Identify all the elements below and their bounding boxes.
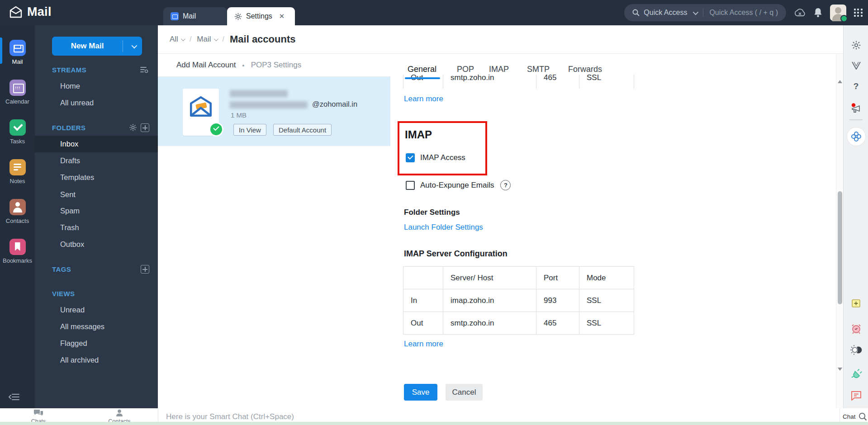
save-button[interactable]: Save — [404, 384, 437, 401]
mail-app-icon — [9, 40, 26, 56]
account-verified-check-icon — [209, 122, 223, 137]
help-icon[interactable]: ? — [844, 81, 868, 91]
breadcrumb-mail[interactable]: Mail — [197, 35, 217, 44]
night-mode-icon[interactable] — [844, 345, 868, 355]
notifications-bell-icon[interactable] — [814, 8, 822, 18]
nav-item-spam[interactable]: Spam — [60, 207, 80, 215]
zoho-apps-clover-icon[interactable] — [844, 128, 868, 146]
new-mail-label: New Mail — [52, 42, 123, 51]
bottom-accent-strip — [0, 422, 868, 425]
avatar-silhouette — [835, 7, 841, 14]
nav-active-row — [35, 136, 158, 152]
account-card-selected[interactable]: @zohomail.in 1 MB In View Default Accoun… — [158, 77, 390, 146]
notes-app-icon — [9, 159, 26, 175]
breadcrumb: All / Mail / Mail accounts — [158, 25, 843, 54]
tab-settings[interactable]: Settings ✕ — [227, 7, 295, 25]
section-tags: TAGS — [52, 265, 71, 273]
scroll-up-arrow[interactable] — [838, 80, 842, 83]
tasks-app-icon — [9, 119, 26, 136]
new-mail-dropdown[interactable] — [123, 40, 142, 52]
tab-smtp[interactable]: SMTP — [527, 65, 550, 74]
scrollbar-thumb[interactable] — [838, 191, 842, 304]
rail-item-bookmarks[interactable]: Bookmarks — [0, 239, 35, 264]
new-mail-button[interactable]: New Mail — [52, 37, 142, 56]
close-tab-icon[interactable]: ✕ — [279, 12, 285, 20]
nav-item-all-messages[interactable]: All messages — [60, 322, 104, 331]
rail-item-tasks[interactable]: Tasks — [0, 119, 35, 145]
rail-item-mail[interactable]: Mail — [0, 40, 35, 65]
folder-settings-title: Folder Settings — [404, 208, 460, 217]
nav-item-trash[interactable]: Trash — [60, 223, 79, 232]
add-mail-account-button[interactable]: Add Mail Account — [176, 61, 236, 70]
auto-expunge-checkbox[interactable] — [406, 181, 415, 190]
learn-more-link[interactable]: Learn more — [404, 340, 443, 349]
quick-access-bar[interactable]: Quick Access Quick Access ( / + q ) — [624, 4, 786, 21]
breadcrumb-all[interactable]: All — [170, 35, 184, 44]
divider — [849, 119, 863, 120]
tab-pop[interactable]: POP — [457, 65, 474, 74]
rail-label-mail: Mail — [0, 58, 35, 65]
nav-item-home[interactable]: Home — [60, 82, 80, 90]
search-icon[interactable] — [859, 412, 867, 421]
nav-item-unread[interactable]: Unread — [60, 306, 85, 314]
user-avatar[interactable] — [830, 5, 846, 21]
rail-item-calendar[interactable]: Calendar — [0, 80, 35, 105]
zoho-v-icon[interactable] — [844, 61, 868, 71]
settings-scrollbar[interactable] — [836, 54, 844, 408]
tab-forwards[interactable]: Forwards — [568, 65, 602, 74]
rail-item-contacts[interactable]: Contacts — [0, 199, 35, 224]
nav-item-all-archived[interactable]: All archived — [60, 356, 99, 364]
badge-default-account: Default Account — [273, 124, 332, 136]
bookmarks-app-icon — [9, 239, 26, 255]
tab-mail[interactable]: Mail — [163, 7, 227, 25]
tab-imap[interactable]: IMAP — [489, 65, 509, 74]
folders-settings-gear-icon[interactable] — [129, 123, 137, 133]
rail-label-notes: Notes — [0, 178, 35, 184]
quick-access-dropdown-label[interactable]: Quick Access — [644, 9, 687, 17]
offline-cloud-icon[interactable] — [794, 8, 806, 17]
reminder-alarm-icon[interactable] — [844, 323, 868, 335]
extensions-plug-icon[interactable] — [844, 367, 868, 379]
chevron-down-icon — [181, 37, 185, 41]
launch-folder-settings-link[interactable]: Launch Folder Settings — [404, 223, 483, 232]
app-logo[interactable]: Mail — [9, 5, 52, 19]
help-circle-icon[interactable]: ? — [500, 180, 511, 190]
learn-more-link[interactable]: Learn more — [404, 94, 443, 104]
settings-gear-icon[interactable] — [844, 40, 868, 50]
table-row-out: Out smtp.zoho.in 465 SSL — [403, 312, 634, 335]
breadcrumb-separator: / — [223, 35, 224, 43]
auto-expunge-label: Auto-Expunge Emails — [420, 181, 494, 190]
redacted-account-email — [230, 101, 308, 109]
chat-label: Chat — [843, 413, 856, 420]
redacted-account-name — [230, 90, 288, 97]
highlight-red-box — [398, 121, 487, 175]
announcements-megaphone-icon[interactable] — [844, 103, 868, 114]
calendar-app-icon — [9, 80, 26, 96]
tab-settings-label: Settings — [246, 12, 272, 20]
tab-general[interactable]: General — [408, 65, 436, 74]
nav-item-drafts[interactable]: Drafts — [60, 156, 80, 165]
chevron-down-icon — [693, 9, 699, 15]
nav-item-outbox[interactable]: Outbox — [60, 240, 84, 249]
search-icon — [632, 9, 640, 16]
accounts-header: Add Mail Account • POP3 Settings — [158, 54, 390, 77]
add-tag-icon[interactable] — [141, 265, 149, 274]
streams-filter-icon[interactable] — [140, 66, 148, 75]
nav-item-templates[interactable]: Templates — [60, 173, 94, 182]
nav-item-inbox[interactable]: Inbox — [60, 140, 78, 148]
rail-label-bookmarks: Bookmarks — [0, 257, 35, 264]
apps-grid-icon[interactable] — [854, 9, 863, 17]
cancel-button[interactable]: Cancel — [446, 384, 483, 401]
nav-item-sent[interactable]: Sent — [60, 190, 76, 199]
scroll-down-arrow[interactable] — [838, 368, 842, 371]
nav-item-flagged[interactable]: Flagged — [60, 339, 87, 348]
sticky-note-add-icon[interactable] — [844, 298, 868, 308]
add-folder-icon[interactable] — [141, 123, 149, 132]
nav-item-all-unread[interactable]: All unread — [60, 99, 94, 107]
collapse-sidebar-icon[interactable] — [8, 392, 20, 403]
feedback-chat-icon[interactable] — [844, 390, 868, 401]
pop3-settings-button[interactable]: POP3 Settings — [251, 61, 302, 70]
page-title: Mail accounts — [230, 33, 295, 45]
rail-item-notes[interactable]: Notes — [0, 159, 35, 184]
contacts-app-icon — [9, 199, 26, 215]
